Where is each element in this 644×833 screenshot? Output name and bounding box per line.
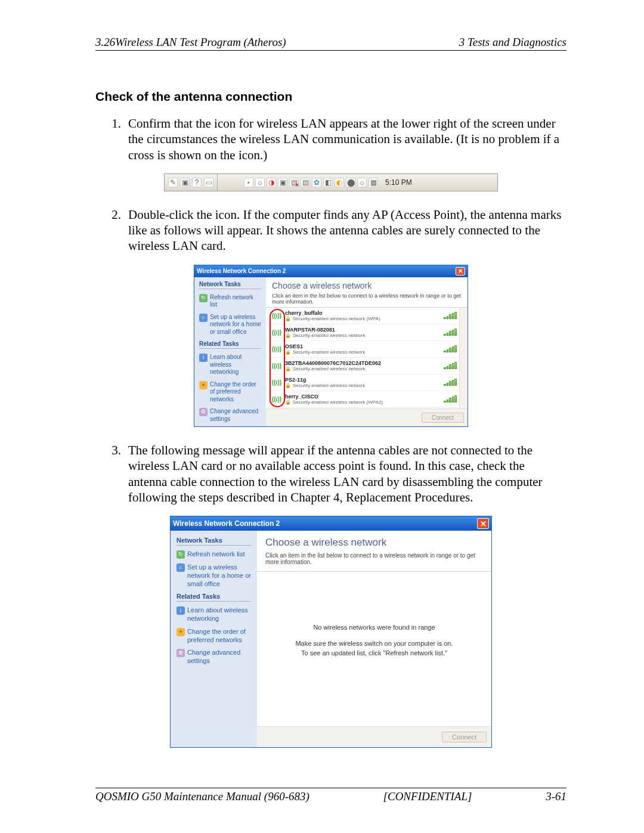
learn-wireless-link[interactable]: iLearn about wireless networking bbox=[199, 354, 261, 376]
change-advanced-link[interactable]: ⚙Change advanced settings bbox=[199, 408, 261, 423]
tray-icon[interactable]: ▦ bbox=[369, 178, 378, 187]
tray-icon[interactable]: ⋆ bbox=[244, 178, 253, 187]
network-name: cherry_buffalo bbox=[285, 310, 440, 316]
header-section-right: 3 Tests and Diagnostics bbox=[459, 36, 566, 49]
learn-wireless-link[interactable]: iLearn about wireless networking bbox=[177, 606, 251, 623]
network-list-empty: No wireless networks were found in range… bbox=[257, 571, 491, 726]
dialog-subtitle: Click an item in the list below to conne… bbox=[266, 293, 467, 307]
dialog-title: Wireless Network Connection 2 bbox=[197, 268, 286, 274]
signal-strength-icon bbox=[444, 312, 457, 319]
tray-icon[interactable]: ☼ bbox=[255, 178, 265, 187]
taskbar-tray: ✎ ▣ ? ▭ ⋆ ☼ ◑ ▣ ▤✕ ▤ ✿ ◧ ◐ ⬤ ☼ bbox=[164, 174, 498, 191]
network-security: 🔒Security-enabled wireless network bbox=[285, 333, 440, 338]
empty-line: No wireless networks were found in range bbox=[281, 623, 467, 633]
network-name: WARPSTAR-082081 bbox=[285, 327, 440, 333]
figure-wireless-empty: Wireless Network Connection 2 ✕ Network … bbox=[95, 516, 566, 748]
lock-icon: 🔒 bbox=[285, 316, 291, 321]
signal-strength-icon bbox=[444, 329, 457, 336]
setup-wireless-link[interactable]: ⌂Set up a wireless network for a home or… bbox=[177, 563, 251, 588]
network-name: OSES1 bbox=[285, 343, 440, 349]
network-name: PS2-11g bbox=[285, 377, 440, 383]
network-item[interactable]: ((ı))WARPSTAR-082081🔒Security-enabled wi… bbox=[266, 324, 467, 341]
step-text: Confirm that the icon for wireless LAN a… bbox=[128, 116, 566, 163]
dialog-titlebar[interactable]: Wireless Network Connection 2 ✕ bbox=[194, 265, 467, 277]
scrollbar[interactable] bbox=[459, 308, 467, 409]
lock-icon: 🔒 bbox=[285, 349, 291, 355]
sidebar-group-label: Network Tasks bbox=[177, 537, 251, 546]
network-item[interactable]: ((ı))3B2TBA4400800076C7012C24TDE062🔒Secu… bbox=[266, 358, 467, 374]
step-number: 1. bbox=[95, 116, 128, 163]
empty-line: Make sure the wireless switch on your co… bbox=[281, 639, 467, 649]
signal-strength-icon bbox=[444, 362, 457, 369]
lock-icon: 🔒 bbox=[285, 333, 291, 338]
network-item[interactable]: ((ı))cherry_buffalo🔒Security-enabled wir… bbox=[266, 308, 467, 324]
connect-button[interactable]: Connect bbox=[442, 732, 487, 742]
close-icon[interactable]: ✕ bbox=[456, 267, 465, 275]
signal-strength-icon bbox=[444, 379, 457, 386]
change-advanced-link[interactable]: ⚙Change advanced settings bbox=[177, 649, 251, 665]
sidebar-group-label: Related Tasks bbox=[177, 593, 251, 602]
step-number: 2. bbox=[95, 207, 128, 254]
network-security: 🔒Security-enabled wireless network (WPA) bbox=[285, 316, 440, 321]
tray-icon[interactable]: ✿ bbox=[312, 178, 321, 187]
step-text: The following message will appear if the… bbox=[128, 442, 566, 505]
wireless-dialog: Wireless Network Connection 2 ✕ Network … bbox=[194, 265, 468, 428]
empty-line: To see an updated list, click "Refresh n… bbox=[281, 648, 467, 658]
lock-icon: 🔒 bbox=[285, 366, 291, 371]
no-networks-message: No wireless networks were found in range… bbox=[257, 572, 491, 709]
setup-wireless-link[interactable]: ⌂Set up a wireless network for a home or… bbox=[199, 314, 261, 336]
dialog-sidebar: Network Tasks ↻Refresh network list ⌂Set… bbox=[194, 277, 266, 427]
connect-button[interactable]: Connect bbox=[422, 413, 464, 423]
refresh-network-list-link[interactable]: ↻Refresh network list bbox=[199, 294, 261, 309]
quick-launch-group: ✎ ▣ ? ▭ bbox=[165, 174, 218, 191]
network-list[interactable]: ((ı))cherry_buffalo🔒Security-enabled wir… bbox=[266, 307, 467, 409]
tablet-icon[interactable]: ▭ bbox=[204, 178, 213, 187]
network-item[interactable]: ((ı))OSES1🔒Security-enabled wireless net… bbox=[266, 341, 467, 358]
tray-icon[interactable]: ◑ bbox=[267, 178, 276, 187]
signal-strength-icon bbox=[444, 395, 457, 402]
page-header: 3.26Wireless LAN Test Program (Atheros) … bbox=[95, 36, 566, 51]
tray-icon[interactable]: ◧ bbox=[323, 178, 333, 187]
tray-icon[interactable]: ☼ bbox=[357, 178, 367, 187]
wireless-dialog-empty: Wireless Network Connection 2 ✕ Network … bbox=[170, 516, 492, 748]
antenna-icon: ((ı)) bbox=[272, 377, 281, 387]
dialog-titlebar[interactable]: Wireless Network Connection 2 ✕ bbox=[171, 516, 491, 531]
document-page: 3.26Wireless LAN Test Program (Atheros) … bbox=[0, 0, 644, 833]
network-security: 🔒Security-enabled wireless network bbox=[285, 366, 440, 371]
step-number: 3. bbox=[95, 442, 128, 505]
step-3: 3. The following message will appear if … bbox=[95, 442, 566, 505]
step-2: 2. Double-click the icon. If the compute… bbox=[95, 207, 566, 254]
dialog-main-title: Choose a wireless network bbox=[257, 531, 491, 552]
signal-strength-icon bbox=[444, 345, 457, 352]
help-icon[interactable]: ? bbox=[192, 178, 202, 187]
tray-icon[interactable]: ◐ bbox=[335, 178, 344, 187]
network-security: 🔒Security-enabled wireless network bbox=[285, 383, 440, 388]
antenna-icon: ((ı)) bbox=[272, 361, 281, 370]
lock-icon: 🔒 bbox=[285, 383, 291, 388]
tray-icon[interactable]: ▣ bbox=[278, 178, 287, 187]
network-item[interactable]: ((ı))herry_CISCO🔒Security-enabled wirele… bbox=[266, 391, 467, 408]
desktop-icon[interactable]: ▣ bbox=[180, 178, 190, 187]
change-order-link[interactable]: ★Change the order of preferred networks bbox=[177, 628, 251, 645]
step-text: Double-click the icon. If the computer f… bbox=[128, 207, 566, 254]
antenna-icon: ((ı)) bbox=[272, 344, 281, 354]
section-heading: Check of the antenna connection bbox=[95, 89, 566, 104]
network-item[interactable]: ((ı))PS2-11g🔒Security-enabled wireless n… bbox=[266, 374, 467, 391]
tray-icon[interactable]: ⬤ bbox=[346, 178, 355, 187]
tool-icon[interactable]: ✎ bbox=[168, 178, 178, 187]
tray-clock[interactable]: 5:10 PM bbox=[380, 178, 417, 187]
close-icon[interactable]: ✕ bbox=[477, 518, 489, 529]
tray-icons: ⋆ ☼ ◑ ▣ ▤✕ ▤ ✿ ◧ ◐ ⬤ ☼ ▦ bbox=[242, 178, 380, 187]
dialog-subtitle: Click an item in the list below to conne… bbox=[257, 552, 491, 571]
figure-wireless-list: Wireless Network Connection 2 ✕ Network … bbox=[95, 265, 566, 428]
header-section-left: 3.26Wireless LAN Test Program (Atheros) bbox=[95, 36, 286, 49]
antenna-icon: ((ı)) bbox=[272, 327, 281, 337]
page-footer: QOSMIO G50 Maintenance Manual (960-683) … bbox=[95, 788, 566, 803]
network-security: 🔒Security-enabled wireless network bbox=[285, 349, 440, 355]
wireless-lan-icon[interactable]: ▤✕ bbox=[289, 178, 299, 187]
dialog-main-title: Choose a wireless network bbox=[266, 277, 467, 293]
change-order-link[interactable]: ★Change the order of preferred networks bbox=[199, 381, 261, 404]
refresh-network-list-link[interactable]: ↻Refresh network list bbox=[177, 550, 251, 559]
tray-icon[interactable]: ▤ bbox=[301, 178, 310, 187]
network-security: 🔒Security-enabled wireless network (WPA2… bbox=[285, 400, 440, 405]
